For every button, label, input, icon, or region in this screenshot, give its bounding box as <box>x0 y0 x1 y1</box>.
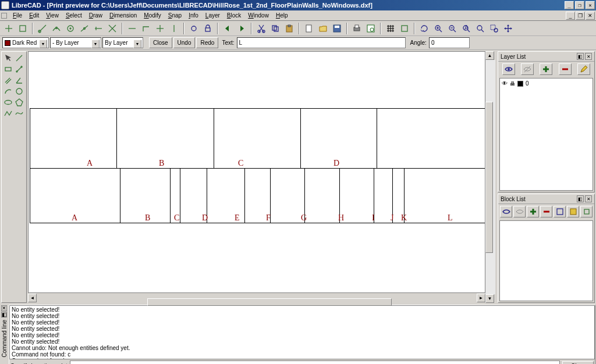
relative-zero-icon[interactable] <box>187 22 200 34</box>
block-remove-icon[interactable] <box>540 206 552 217</box>
block-list-body[interactable] <box>499 220 593 301</box>
menu-info[interactable]: Info <box>185 12 202 19</box>
new-icon[interactable] <box>303 22 315 34</box>
snap-distance-icon[interactable] <box>92 22 105 34</box>
restrict-orthogonal-icon[interactable] <box>140 22 152 34</box>
undo-button[interactable]: Undo <box>173 37 196 48</box>
menu-edit[interactable]: Edit <box>26 12 42 19</box>
linewidth-combo[interactable]: - By Layer <box>50 37 101 48</box>
lock-relative-zero-icon[interactable] <box>201 22 214 34</box>
menu-modify[interactable]: Modify <box>140 12 164 19</box>
vertical-scrollbar[interactable]: ▲ ▼ <box>485 51 495 303</box>
redo-button[interactable]: Redo <box>196 37 218 48</box>
menu-layer[interactable]: Layer <box>202 12 224 19</box>
tool-parallel-icon[interactable] <box>3 75 13 85</box>
scroll-right-icon[interactable]: ► <box>477 294 485 302</box>
minimize-button[interactable]: _ <box>565 1 574 9</box>
cut-icon[interactable] <box>255 22 268 34</box>
cmd-pin-icon[interactable]: ◧ <box>1 312 7 317</box>
copy-icon[interactable] <box>269 22 282 34</box>
block-hideall-icon[interactable] <box>513 206 526 217</box>
layer-showall-icon[interactable] <box>502 63 515 75</box>
print-preview-icon[interactable] <box>364 22 377 34</box>
panel-close-icon[interactable]: ✕ <box>585 195 592 202</box>
menu-block[interactable]: Block <box>224 12 244 19</box>
block-edit-icon[interactable] <box>554 206 566 217</box>
tool-spline-icon[interactable] <box>14 108 24 119</box>
angle-input[interactable]: 0 <box>429 37 470 48</box>
layer-list-body[interactable]: 👁 🖶 0 <box>499 78 593 191</box>
linetype-combo[interactable]: By Layer <box>102 37 143 48</box>
tool-angle-icon[interactable] <box>14 75 24 85</box>
restrict-nothing-icon[interactable] <box>126 22 139 34</box>
command-log[interactable]: No entity selected!No entity selected!No… <box>9 305 595 359</box>
close-button[interactable]: ✕ <box>586 1 595 9</box>
scroll-left-icon[interactable]: ◄ <box>28 294 37 302</box>
block-insert-icon[interactable] <box>580 206 593 217</box>
snap-endpoint-icon[interactable] <box>36 22 49 34</box>
scroll-down-icon[interactable]: ▼ <box>485 294 494 303</box>
grid-toggle-icon[interactable] <box>384 22 397 34</box>
layer-edit-icon[interactable] <box>577 63 590 75</box>
paste-icon[interactable] <box>283 22 296 34</box>
eye-icon[interactable]: 👁 <box>502 80 508 87</box>
tool-arc-icon[interactable] <box>3 86 13 97</box>
zoom-redraw-icon[interactable] <box>418 22 431 34</box>
command-input[interactable] <box>70 361 560 364</box>
zoom-auto-icon[interactable]: A <box>460 22 473 34</box>
undo-icon[interactable] <box>221 22 234 34</box>
scroll-up-icon[interactable]: ▲ <box>485 51 494 60</box>
zoom-previous-icon[interactable] <box>474 22 487 34</box>
maximize-button[interactable]: ❐ <box>575 1 584 9</box>
save-icon[interactable] <box>331 22 343 34</box>
print-icon[interactable] <box>350 22 363 34</box>
menu-help[interactable]: Help <box>272 12 292 19</box>
drawing-canvas[interactable]: ABCDABCDEFGHIJKL <box>28 51 485 293</box>
zoom-window-icon[interactable] <box>488 22 501 34</box>
layer-hideall-icon[interactable] <box>521 63 534 75</box>
menu-draw[interactable]: Draw <box>86 12 106 19</box>
panel-close-icon[interactable]: ✕ <box>585 53 592 60</box>
zoom-in-icon[interactable] <box>432 22 445 34</box>
layer-remove-icon[interactable] <box>559 63 572 75</box>
restrict-vertical-icon[interactable] <box>168 22 180 34</box>
redo-icon[interactable] <box>235 22 248 34</box>
block-showall-icon[interactable] <box>500 206 512 217</box>
horizontal-scrollbar[interactable]: ◄ ► <box>28 293 485 303</box>
tool-pointer-icon[interactable] <box>3 53 13 63</box>
mdi-close-button[interactable]: ✕ <box>586 12 595 20</box>
snap-free-icon[interactable] <box>2 22 15 34</box>
text-input[interactable]: L <box>237 37 406 48</box>
snap-middle-icon[interactable] <box>78 22 91 34</box>
zoom-out-icon[interactable] <box>446 22 459 34</box>
layer-add-icon[interactable] <box>540 63 552 75</box>
tool-rectangle-icon[interactable] <box>3 64 13 74</box>
print-icon[interactable]: 🖶 <box>510 81 515 87</box>
layer-row[interactable]: 👁 🖶 0 <box>501 80 591 87</box>
cmd-close-icon[interactable]: ✕ <box>1 305 7 311</box>
block-add-icon[interactable] <box>527 206 539 217</box>
close-button[interactable]: Close <box>149 37 172 48</box>
clear-button[interactable]: Clear <box>562 361 594 365</box>
menu-dimension[interactable]: Dimension <box>106 12 140 19</box>
menu-view[interactable]: View <box>42 12 62 19</box>
panel-float-icon[interactable]: ◧ <box>577 195 584 202</box>
menu-file[interactable]: File <box>9 12 26 19</box>
panel-float-icon[interactable]: ◧ <box>577 53 584 60</box>
snap-grid-icon[interactable] <box>16 22 29 34</box>
snap-intersection-icon[interactable] <box>106 22 119 34</box>
tool-polygon-icon[interactable] <box>14 97 24 108</box>
draft-mode-icon[interactable] <box>398 22 411 34</box>
mdi-minimize-button[interactable]: _ <box>566 12 575 20</box>
restrict-horizontal-icon[interactable] <box>154 22 166 34</box>
tool-polyline-icon[interactable] <box>3 108 13 119</box>
tool-line2pt-icon[interactable] <box>14 64 24 74</box>
menu-snap[interactable]: Snap <box>165 12 185 19</box>
menu-window[interactable]: Window <box>244 12 272 19</box>
snap-onentity-icon[interactable] <box>50 22 63 34</box>
tool-line-icon[interactable] <box>14 53 24 63</box>
tool-ellipse-icon[interactable] <box>3 97 13 108</box>
open-icon[interactable] <box>317 22 329 34</box>
zoom-pan-icon[interactable] <box>502 22 515 34</box>
block-save-icon[interactable] <box>567 206 579 217</box>
